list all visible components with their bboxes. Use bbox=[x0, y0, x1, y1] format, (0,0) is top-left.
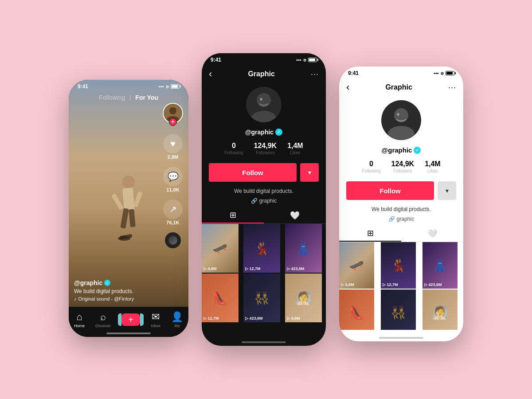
music-disc bbox=[165, 232, 181, 248]
signal-icon-3: ▪▪▪ bbox=[434, 70, 439, 76]
video-description: We build digital products. bbox=[74, 288, 162, 294]
dark-thumb-5[interactable]: 👯 ▷ 423,6M bbox=[243, 274, 280, 322]
dark-thumb-4[interactable]: 👠 ▷ 12,7M bbox=[202, 274, 239, 322]
more-button-light[interactable]: ··· bbox=[448, 83, 456, 92]
follow-plus-badge[interactable]: + bbox=[169, 118, 177, 126]
dark-profile-header: ‹ Graphic ··· bbox=[202, 65, 326, 83]
add-button[interactable]: + bbox=[121, 313, 140, 326]
light-avatar-wrap bbox=[339, 100, 463, 140]
dark-bio-link[interactable]: 🔗 graphic bbox=[202, 198, 326, 204]
dark-thumb-3[interactable]: 👗 ▷ 423,6M bbox=[285, 224, 322, 273]
link-icon-light: 🔗 bbox=[388, 216, 395, 222]
dark-following-value: 0 bbox=[232, 142, 236, 150]
back-button-light[interactable]: ‹ bbox=[346, 82, 349, 93]
light-followers-value: 124,9K bbox=[391, 160, 415, 168]
home-icon: ⌂ bbox=[76, 311, 82, 323]
light-dropdown-button[interactable]: ▾ bbox=[438, 181, 456, 200]
like-action[interactable]: ♥ 2,8M bbox=[163, 134, 183, 160]
dark-thumb-2[interactable]: 💃 ▷ 12,7M bbox=[243, 224, 280, 273]
svg-point-16 bbox=[394, 108, 408, 122]
svg-rect-5 bbox=[133, 191, 142, 207]
dark-follow-button[interactable]: Follow bbox=[209, 163, 297, 182]
light-view-2: ▷ 12,7M bbox=[383, 282, 398, 287]
dark-link-text: graphic bbox=[259, 198, 277, 204]
light-thumb-1[interactable]: 🛹 ▷ 4,6M bbox=[339, 242, 374, 289]
dark-profile-title: Graphic bbox=[248, 70, 274, 78]
light-bio-link[interactable]: 🔗 graphic bbox=[339, 216, 463, 222]
light-video-grid-container: 🛹 ▷ 4,6M 💃 ▷ 12,7M 👗 ▷ 423,6M 👠 ▷ 12,7M bbox=[339, 242, 463, 330]
battery-icon-phone1 bbox=[171, 84, 180, 89]
battery-icon-phone2 bbox=[308, 58, 317, 62]
dark-tab-liked[interactable]: 🤍 bbox=[264, 207, 326, 223]
nav-divider: | bbox=[129, 94, 131, 101]
wifi-icon-3: ⌾ bbox=[441, 70, 444, 76]
wifi-icon: ⌾ bbox=[166, 84, 169, 89]
light-thumb-6[interactable]: 🧖 ▷ 4,6M bbox=[422, 289, 458, 330]
light-tab-grid[interactable]: ⊞ bbox=[339, 226, 401, 242]
verified-badge-light: ✓ bbox=[414, 147, 421, 154]
light-following-label: Following bbox=[362, 168, 380, 173]
nav-add[interactable]: + bbox=[121, 313, 140, 326]
for-you-tab[interactable]: For You bbox=[135, 94, 158, 101]
dark-view-3: ▷ 423,6M bbox=[287, 266, 305, 271]
light-thumb-3[interactable]: 👗 ▷ 423,6M bbox=[422, 242, 458, 289]
light-username: @graphic ✓ bbox=[339, 146, 463, 154]
nav-inbox[interactable]: ✉ Inbox bbox=[151, 311, 160, 328]
light-thumb-2[interactable]: 💃 ▷ 12,7M bbox=[381, 242, 416, 289]
comment-action[interactable]: 💬 11,0K bbox=[163, 167, 183, 192]
share-action[interactable]: ↗ 76,1K bbox=[163, 200, 183, 225]
video-username[interactable]: @graphic bbox=[74, 279, 102, 286]
light-tab-liked[interactable]: 🤍 bbox=[401, 226, 463, 242]
home-indicator-phone3 bbox=[379, 337, 423, 339]
light-follow-row: Follow ▾ bbox=[346, 181, 456, 200]
home-label: Home bbox=[74, 324, 85, 328]
back-button-dark[interactable]: ‹ bbox=[209, 68, 212, 80]
dark-bio: We build digital products. bbox=[209, 188, 319, 194]
nav-home[interactable]: ⌂ Home bbox=[74, 311, 85, 328]
light-likes-stat: 1,4M Likes bbox=[425, 160, 441, 173]
share-icon[interactable]: ↗ bbox=[163, 200, 183, 219]
creator-avatar-wrap[interactable]: + bbox=[163, 103, 183, 123]
nav-me[interactable]: 👤 Me bbox=[171, 311, 183, 328]
dark-video-grid: 🛹 ▷ 4,6M 💃 ▷ 12,7M 👗 ▷ 423,6M 👠 ▷ 12,7M bbox=[202, 224, 326, 322]
dark-thumb-1[interactable]: 🛹 ▷ 4,6M bbox=[202, 224, 239, 273]
dark-username: @graphic ✓ bbox=[202, 129, 326, 136]
time-phone3: 9:41 bbox=[348, 70, 359, 76]
light-bio: We build digital products. bbox=[346, 206, 456, 212]
dark-dropdown-button[interactable]: ▾ bbox=[300, 163, 319, 182]
inbox-icon: ✉ bbox=[152, 311, 160, 323]
dark-tabs: ⊞ 🤍 bbox=[202, 207, 326, 224]
like-count: 2,8M bbox=[168, 154, 178, 160]
svg-rect-1 bbox=[122, 188, 135, 211]
phone-feed: 9:41 ▪▪▪ ⌾ Following | For You + ♥ 2 bbox=[69, 80, 188, 337]
home-indicator-phone2 bbox=[242, 341, 286, 343]
light-profile-content: 9:41 ▪▪▪ ⌾ ‹ Graphic ··· bbox=[339, 66, 463, 330]
nav-discover[interactable]: ⌕ Discover bbox=[95, 311, 111, 328]
light-avatar bbox=[381, 100, 421, 140]
home-indicator-phone1 bbox=[106, 332, 151, 334]
light-thumb-4[interactable]: 👠 ▷ 12,7M bbox=[339, 289, 374, 330]
dark-followers-value: 124,9K bbox=[254, 142, 277, 150]
dark-followers-label: Followers bbox=[256, 150, 275, 155]
like-icon[interactable]: ♥ bbox=[163, 134, 183, 153]
comment-icon[interactable]: 💬 bbox=[163, 167, 183, 186]
light-thumb-5[interactable]: 👯 ▷ 423,6M bbox=[381, 289, 416, 330]
light-link-text: graphic bbox=[397, 216, 414, 222]
more-button-dark[interactable]: ··· bbox=[311, 70, 319, 79]
light-follow-button[interactable]: Follow bbox=[346, 181, 434, 200]
light-following-stat: 0 Following bbox=[362, 160, 380, 173]
discover-label: Discover bbox=[95, 324, 111, 328]
verified-badge-feed: ✓ bbox=[104, 280, 110, 286]
light-stats-row: 0 Following 124,9K Followers 1,4M Likes bbox=[339, 160, 463, 173]
dark-view-4: ▷ 12,7M bbox=[203, 316, 219, 321]
svg-point-14 bbox=[260, 98, 262, 101]
dark-likes-stat: 1,4M Likes bbox=[287, 142, 303, 155]
dark-profile-content: 9:41 ▪▪▪ ⌾ ‹ Graphic ··· bbox=[202, 53, 326, 334]
dark-thumb-6[interactable]: 🧖 ▷ 4,6M bbox=[285, 274, 322, 322]
phone-dark-profile: 9:41 ▪▪▪ ⌾ ‹ Graphic ··· bbox=[202, 53, 326, 346]
light-followers-label: Followers bbox=[393, 168, 412, 173]
dark-tab-grid[interactable]: ⊞ bbox=[202, 207, 264, 223]
svg-point-0 bbox=[122, 176, 135, 188]
following-tab[interactable]: Following bbox=[99, 94, 125, 101]
video-bottom-info: @graphic ✓ We build digital products. ♪ … bbox=[74, 279, 162, 301]
